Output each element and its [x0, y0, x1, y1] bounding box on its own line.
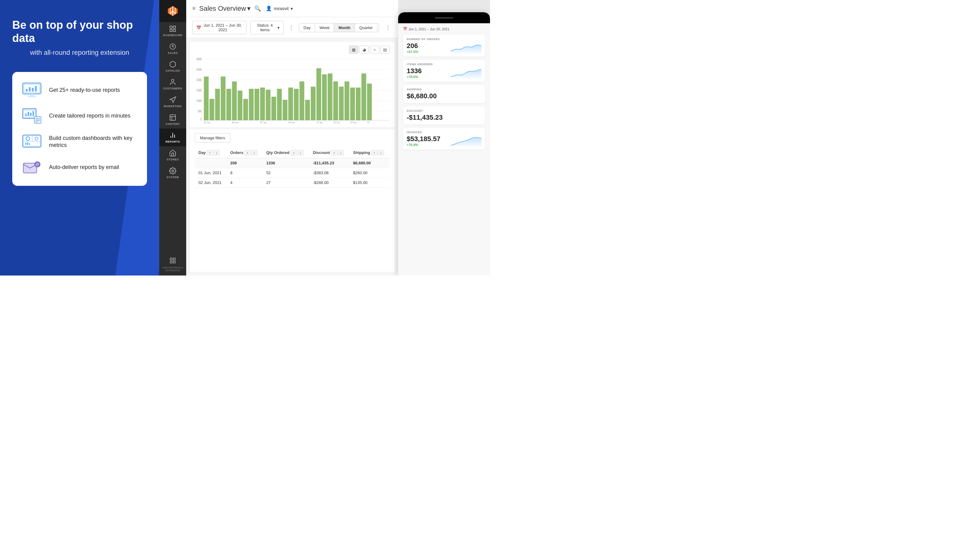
svg-rect-66 — [226, 89, 231, 120]
svg-rect-65 — [221, 76, 226, 120]
more-options-button[interactable]: ⋮ — [287, 23, 295, 32]
period-week-button[interactable]: Week — [315, 24, 334, 32]
main-content: ≡ Sales Overview ▾ 🔍 👤 mirasvit ▾ 📅 Jun … — [186, 0, 398, 275]
sort-asc-orders[interactable]: ↑ — [244, 150, 250, 156]
search-icon[interactable]: 🔍 — [254, 5, 261, 12]
period-selector: Day Week Month Quarter Year — [299, 23, 379, 32]
col-header-day: Day ↑↓ — [195, 146, 227, 158]
sidebar-item-content[interactable]: CONTENT — [159, 111, 186, 129]
sort-desc-shipping[interactable]: ↓ — [378, 150, 384, 156]
sort-desc-orders[interactable]: ↓ — [251, 150, 257, 156]
title-dropdown-arrow: ▾ — [247, 5, 250, 13]
svg-rect-5 — [35, 86, 37, 92]
svg-rect-85 — [333, 81, 338, 120]
sidebar-item-customers[interactable]: CUSTOMERS — [159, 75, 186, 93]
table-area: Manage filters Day ↑↓ Orders ↑↓ Qty Or — [190, 130, 395, 272]
mobile-metric-value-invoiced: $53,185.57 — [407, 135, 441, 143]
cell-qty-1: 52 — [262, 168, 309, 178]
total-qty: 1336 — [262, 158, 309, 168]
sales-table: Day ↑↓ Orders ↑↓ Qty Ordered ↑↓ Discou — [195, 146, 390, 187]
svg-rect-46 — [170, 261, 172, 263]
sidebar-label-sales: SALES — [168, 51, 178, 54]
cell-orders-1: 8 — [227, 168, 263, 178]
period-day-button[interactable]: Day — [299, 24, 315, 32]
sidebar-item-dashboard[interactable]: DASHBOARD — [159, 22, 186, 40]
mobile-metric-label-shipping: SHIPPING — [407, 88, 481, 91]
svg-rect-76 — [283, 100, 288, 120]
svg-text:22: 22 — [367, 121, 370, 123]
svg-rect-6 — [30, 94, 34, 96]
svg-text:16 Jun: 16 Jun — [333, 121, 340, 123]
svg-text:0: 0 — [200, 117, 202, 121]
mobile-notch — [398, 12, 490, 23]
sort-desc-discount[interactable]: ↓ — [338, 150, 344, 156]
sort-asc-day[interactable]: ↑ — [207, 150, 213, 156]
mobile-metric-label-invoiced: INVOICED — [407, 131, 481, 134]
user-area[interactable]: 👤 mirasvit ▾ — [266, 5, 293, 11]
col-header-qty: Qty Ordered ↑↓ — [262, 146, 309, 158]
totals-row: 206 1336 -$11,435.23 $6,680.00 — [195, 158, 390, 168]
sidebar-item-marketing[interactable]: MARKETING — [159, 93, 186, 111]
mobile-metric-change-orders: +67.5% — [407, 50, 418, 54]
total-shipping: $6,680.00 — [350, 158, 390, 168]
cell-discount-2: -$286.00 — [309, 178, 350, 187]
sidebar-item-system[interactable]: SYSTEM — [159, 164, 186, 182]
sidebar-item-catalog[interactable]: CATALOG — [159, 57, 186, 75]
sort-asc-discount[interactable]: ↑ — [331, 150, 337, 156]
page-title[interactable]: Sales Overview ▾ — [199, 5, 251, 13]
chart-pie-button[interactable]: ◕ — [360, 46, 369, 54]
svg-rect-23 — [27, 142, 28, 145]
mobile-metric-value-orders: 206 — [407, 42, 418, 50]
chart-options-button[interactable]: ⋮ — [384, 23, 392, 32]
period-quarter-button[interactable]: Quarter — [355, 24, 377, 32]
svg-rect-82 — [317, 68, 321, 120]
svg-rect-14 — [34, 117, 41, 123]
sidebar-item-sales[interactable]: SALES — [159, 40, 186, 57]
notch-bar — [435, 17, 453, 19]
feature-label-custom-dashboards: Build custom dashboards with key metrics — [49, 135, 138, 149]
svg-rect-84 — [328, 73, 332, 120]
hero-text-block: Be on top of your shop data with all-rou… — [12, 18, 147, 57]
mobile-calendar-icon: 📅 — [403, 27, 407, 31]
cell-shipping-2: $135.00 — [350, 178, 390, 187]
sidebar-item-reports[interactable]: REPORTS — [159, 129, 186, 146]
mobile-metric-items: ITEMS ORDERED 1336 +79.6% — [403, 60, 485, 82]
date-range-button[interactable]: 📅 Jun 1, 2021 – Jun 30, 2021 — [192, 21, 247, 34]
svg-rect-47 — [173, 261, 175, 263]
sidebar-label-reports: REPORTS — [165, 140, 180, 143]
sort-asc-shipping[interactable]: ↑ — [371, 150, 377, 156]
table-row: 02 Jun, 2021 4 27 -$286.00 $135.00 — [195, 178, 390, 187]
sort-asc-qty[interactable]: ↑ — [291, 150, 297, 156]
feature-card: Get 25+ ready-to-use reports — [12, 72, 147, 186]
feature-item-auto-deliver: @ Auto-deliver reports by email — [21, 159, 138, 176]
table-row: 01 Jun, 2021 8 52 -$383.08 $260.00 — [195, 168, 390, 178]
svg-rect-13 — [32, 111, 34, 116]
svg-rect-2 — [26, 89, 27, 92]
sidebar-label-content: CONTENT — [166, 122, 180, 125]
period-year-button[interactable]: Year — [377, 24, 379, 32]
svg-text:07 Jun: 07 Jun — [260, 121, 266, 123]
sort-desc-day[interactable]: ↓ — [213, 150, 220, 156]
svg-rect-77 — [288, 87, 293, 120]
svg-rect-72 — [260, 87, 265, 120]
svg-text:@: @ — [35, 162, 39, 167]
manage-filters-button[interactable]: Manage filters — [195, 133, 230, 143]
chart-table-button[interactable]: ▤ — [380, 46, 390, 54]
chart-bar-button[interactable]: ▦ — [349, 46, 358, 54]
chart-line-button[interactable]: ≈ — [370, 46, 379, 54]
sparkline-items — [451, 68, 481, 79]
mobile-metric-label-discount: DISCOUNT — [407, 109, 481, 112]
period-month-button[interactable]: Month — [334, 24, 355, 32]
col-header-orders: Orders ↑↓ — [227, 146, 263, 158]
sidebar-label-marketing: MARKETING — [164, 105, 182, 108]
dashboard-chart-icon — [21, 133, 43, 150]
mobile-metric-label-items: ITEMS ORDERED — [407, 63, 481, 66]
svg-rect-7 — [27, 96, 36, 97]
svg-rect-32 — [170, 29, 172, 32]
sidebar-partners[interactable]: FIND PARTNERS & EXTENSIONS — [159, 255, 186, 275]
sidebar-item-stores[interactable]: STORES — [159, 146, 186, 164]
sort-desc-qty[interactable]: ↓ — [298, 150, 304, 156]
menu-icon[interactable]: ≡ — [192, 5, 196, 12]
status-filter-button[interactable]: Status: 4 items ▾ — [250, 21, 283, 34]
mobile-metric-value-shipping: $6,680.00 — [407, 92, 481, 100]
